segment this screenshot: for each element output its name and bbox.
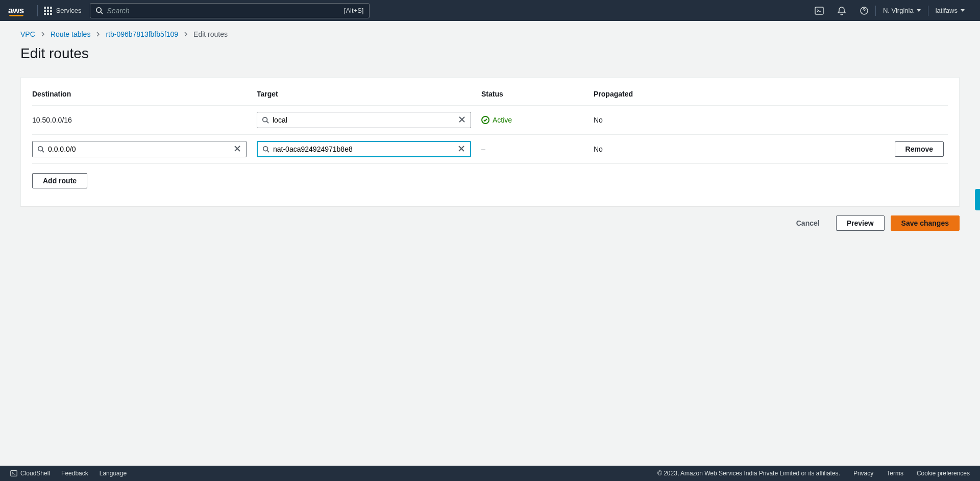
propagated-cell: No <box>594 106 670 135</box>
services-menu[interactable]: Services <box>44 7 82 15</box>
breadcrumb-vpc[interactable]: VPC <box>20 30 35 38</box>
search-icon <box>262 146 270 153</box>
add-route-button[interactable]: Add route <box>32 173 87 188</box>
svg-point-0 <box>96 8 101 12</box>
terms-link[interactable]: Terms <box>887 470 903 477</box>
global-search[interactable]: [Alt+S] <box>90 3 370 18</box>
chevron-right-icon <box>95 32 101 37</box>
destination-field[interactable] <box>33 141 246 157</box>
search-input[interactable] <box>107 7 344 15</box>
header-destination: Destination <box>32 85 257 106</box>
clear-icon[interactable] <box>456 114 468 127</box>
chevron-right-icon <box>183 32 188 37</box>
destination-cell: 10.50.0.0/16 <box>32 106 257 135</box>
target-input-local[interactable] <box>257 112 471 128</box>
footer: CloudShell Feedback Language © 2023, Ama… <box>0 466 980 481</box>
aws-logo[interactable]: aws <box>8 6 24 16</box>
search-icon <box>262 116 269 124</box>
header-status: Status <box>481 85 594 106</box>
header-target: Target <box>257 85 481 106</box>
grid-icon <box>44 7 52 15</box>
clear-icon[interactable] <box>456 143 467 156</box>
top-nav: aws Services [Alt+S] N. Virginia latifaw… <box>0 0 980 21</box>
help-icon[interactable] <box>853 1 875 21</box>
services-label: Services <box>56 7 82 14</box>
status-empty: – <box>481 145 485 153</box>
notifications-icon[interactable] <box>830 1 853 21</box>
page-title: Edit routes <box>20 45 960 62</box>
svg-point-9 <box>38 147 43 151</box>
svg-line-5 <box>267 122 269 124</box>
propagated-cell: No <box>594 135 670 164</box>
routes-table: Destination Target Status Propagated 10.… <box>32 85 948 195</box>
region-selector[interactable]: N. Virginia <box>876 7 928 14</box>
route-row-default: – No Remove <box>32 135 948 164</box>
breadcrumb: VPC Route tables rtb-096b7813fbfb5f109 E… <box>20 30 960 38</box>
svg-line-1 <box>101 12 103 14</box>
save-changes-button[interactable]: Save changes <box>891 215 960 231</box>
search-icon <box>95 7 103 14</box>
breadcrumb-current: Edit routes <box>193 30 228 38</box>
language-link[interactable]: Language <box>100 470 127 477</box>
header-propagated: Propagated <box>594 85 670 106</box>
target-field[interactable] <box>258 142 470 156</box>
target-input-nat[interactable] <box>257 141 471 157</box>
cancel-button[interactable]: Cancel <box>786 216 830 230</box>
remove-button[interactable]: Remove <box>895 141 944 157</box>
cloudshell-icon <box>10 470 17 477</box>
preview-button[interactable]: Preview <box>836 215 885 231</box>
account-menu[interactable]: latifaws <box>928 7 972 14</box>
region-label: N. Virginia <box>883 7 914 14</box>
breadcrumb-route-tables[interactable]: Route tables <box>51 30 91 38</box>
svg-point-4 <box>263 117 267 122</box>
search-shortcut: [Alt+S] <box>344 7 364 14</box>
routes-panel: Destination Target Status Propagated 10.… <box>20 77 960 206</box>
feedback-link[interactable]: Feedback <box>61 470 88 477</box>
separator <box>37 5 38 16</box>
clear-icon[interactable] <box>232 143 243 156</box>
feedback-tab[interactable] <box>975 189 980 210</box>
svg-line-10 <box>42 151 44 153</box>
status-active: Active <box>481 116 590 124</box>
check-circle-icon <box>481 116 489 124</box>
destination-input[interactable] <box>32 141 247 157</box>
copyright: © 2023, Amazon Web Services India Privat… <box>657 470 840 477</box>
page-content: VPC Route tables rtb-096b7813fbfb5f109 E… <box>0 21 980 240</box>
user-label: latifaws <box>936 7 958 14</box>
svg-point-13 <box>263 147 268 151</box>
topbar-right: N. Virginia latifaws <box>808 1 972 21</box>
cloudshell-icon[interactable] <box>808 1 830 21</box>
privacy-link[interactable]: Privacy <box>853 470 873 477</box>
caret-down-icon <box>961 9 965 12</box>
action-bar: Cancel Preview Save changes <box>20 215 960 231</box>
cookie-prefs-link[interactable]: Cookie preferences <box>917 470 970 477</box>
breadcrumb-rtb[interactable]: rtb-096b7813fbfb5f109 <box>106 30 178 38</box>
status-label: Active <box>493 116 512 124</box>
cloudshell-label: CloudShell <box>20 470 50 477</box>
route-row-local: 10.50.0.0/16 Active <box>32 106 948 135</box>
target-field[interactable] <box>257 112 471 128</box>
search-icon <box>37 146 44 153</box>
cloudshell-link[interactable]: CloudShell <box>10 470 50 477</box>
caret-down-icon <box>917 9 921 12</box>
chevron-right-icon <box>40 32 45 37</box>
add-route-row: Add route <box>32 164 948 195</box>
svg-line-14 <box>267 151 270 153</box>
